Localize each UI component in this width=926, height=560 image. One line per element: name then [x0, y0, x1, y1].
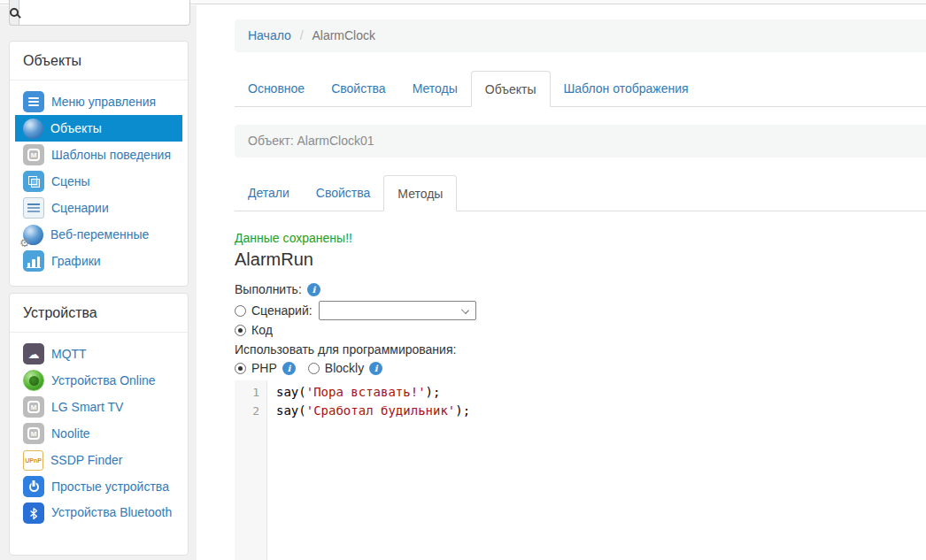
sidebar-item-label: Сценарии — [51, 201, 109, 215]
status-message: Данные сохранены!! — [235, 231, 926, 245]
php-radio[interactable] — [235, 363, 246, 374]
sidebar: Объекты Меню управленияОбъектыMШаблоны п… — [0, 5, 197, 560]
code-editor[interactable]: 1say('Пора вставать!');2say('Сработал бу… — [235, 380, 713, 560]
sidebar-item-label: Веб-переменные — [50, 227, 149, 242]
line-number: 2 — [235, 402, 267, 420]
search-addon — [9, 0, 19, 26]
web-variables-icon: ⚙ — [23, 225, 43, 245]
objects-panel-items: Меню управленияОбъектыMШаблоны поведения… — [10, 81, 188, 274]
globe-icon — [23, 119, 43, 139]
breadcrumb-home-link[interactable]: Начало — [248, 28, 291, 42]
tab-1[interactable]: Свойства — [318, 71, 398, 106]
menu-icon — [23, 91, 44, 112]
online-status-icon — [23, 370, 44, 391]
sidebar-item[interactable]: Сценарии — [10, 195, 188, 221]
sidebar-item-label: Шаблоны поведения — [51, 148, 171, 162]
devices-panel-title: Устройства — [10, 294, 188, 333]
objects-panel-title: Объекты — [10, 42, 188, 81]
programming-label: Использовать для программирования: — [235, 342, 456, 357]
object-tabs: ОсновноеСвойстваМетодыОбъектыШаблон отоб… — [235, 71, 926, 107]
search-icon — [10, 8, 19, 17]
code-line: 2say('Сработал будильник'); — [235, 402, 713, 420]
subtab-2[interactable]: Методы — [383, 175, 457, 211]
blockly-info-icon[interactable]: i — [369, 362, 382, 375]
sidebar-item[interactable]: Графики — [10, 248, 188, 274]
tab-3[interactable]: Объекты — [471, 71, 551, 107]
scenes-icon — [23, 171, 44, 192]
sidebar-item[interactable]: MLG Smart TV — [10, 394, 188, 420]
sidebar-item[interactable]: Простые устройства — [10, 473, 188, 500]
scenario-radio[interactable] — [235, 305, 246, 317]
sidebar-item[interactable]: UPnPSSDP Finder — [10, 447, 188, 473]
devices-panel: Устройства ☁MQTTУстройства OnlineMLG Sma… — [9, 293, 189, 556]
mqtt-cloud-icon: ☁ — [23, 343, 44, 364]
php-info-icon[interactable]: i — [282, 362, 296, 375]
sidebar-item[interactable]: Сцены — [10, 168, 188, 195]
sidebar-item-label: Объекты — [50, 121, 102, 135]
tab-2[interactable]: Методы — [399, 71, 471, 106]
sidebar-item-label: Простые устройства — [51, 479, 169, 494]
sidebar-item-label: SSDP Finder — [50, 453, 122, 467]
scenario-label: Сценарий: — [251, 303, 313, 318]
blockly-radio[interactable] — [308, 363, 320, 374]
subtab-1[interactable]: Свойства — [303, 175, 383, 211]
breadcrumb-current: AlarmClock — [312, 28, 375, 42]
sidebar-item[interactable]: MШаблоны поведения — [10, 142, 188, 168]
sidebar-item[interactable]: ⚙Веб-переменные — [10, 221, 188, 248]
charts-icon — [23, 250, 44, 272]
objects-panel: Объекты Меню управленияОбъектыMШаблоны п… — [9, 41, 189, 287]
behavior-template-icon: M — [23, 144, 44, 165]
search-group — [9, 0, 190, 26]
info-icon[interactable]: i — [307, 283, 320, 296]
sidebar-item[interactable]: Объекты — [15, 115, 182, 142]
upnp-icon: UPnP — [23, 450, 43, 471]
execute-label: Выполнить: — [235, 282, 302, 296]
power-icon — [23, 476, 44, 497]
search-input[interactable] — [19, 0, 190, 26]
chevron-down-icon — [461, 306, 469, 314]
method-title: AlarmRun — [235, 249, 926, 270]
module-m-icon: M — [23, 423, 44, 444]
scenario-icon — [23, 197, 44, 219]
tab-0[interactable]: Основное — [235, 71, 318, 106]
object-header: Объект: AlarmClock01 — [235, 125, 926, 157]
code-radio[interactable] — [235, 325, 246, 336]
code-line: 1say('Пора вставать!'); — [235, 383, 713, 402]
code-label: Код — [251, 323, 273, 337]
sidebar-item-label: Noolite — [51, 426, 90, 441]
sidebar-item-label: Устройства Online — [51, 373, 156, 387]
breadcrumb-separator: / — [300, 28, 304, 42]
php-label: PHP — [251, 361, 277, 375]
devices-panel-items: ☁MQTTУстройства OnlineMLG Smart TVMNooli… — [10, 333, 188, 525]
sidebar-item-label: Меню управления — [51, 95, 156, 109]
sidebar-item[interactable]: ☁MQTT — [10, 341, 188, 367]
bluetooth-icon — [23, 502, 44, 524]
sidebar-item[interactable]: Устройства Bluetooth — [10, 500, 188, 525]
line-number: 1 — [235, 383, 267, 402]
editor-lines: 1say('Пора вставать!');2say('Сработал бу… — [235, 380, 713, 420]
sidebar-item[interactable]: MNoolite — [10, 420, 188, 447]
sidebar-item-label: Сцены — [51, 174, 90, 188]
sidebar-item-label: MQTT — [51, 347, 87, 361]
sidebar-item[interactable]: Устройства Online — [10, 367, 188, 394]
subtab-0[interactable]: Детали — [235, 175, 303, 211]
object-subtabs: ДеталиСвойстваМетоды — [235, 175, 926, 211]
sidebar-item-label: Графики — [51, 254, 101, 268]
main-content: Начало / AlarmClock ОсновноеСвойстваМето… — [221, 5, 926, 560]
sidebar-item-label: LG Smart TV — [51, 400, 123, 414]
tab-4[interactable]: Шаблон отображения — [551, 71, 702, 106]
sidebar-item-label: Устройства Bluetooth — [51, 505, 172, 519]
blockly-label: Blockly — [325, 361, 364, 375]
module-m-icon: M — [23, 396, 44, 418]
scenario-select[interactable] — [319, 301, 476, 320]
breadcrumb: Начало / AlarmClock — [235, 19, 926, 52]
sidebar-item[interactable]: Меню управления — [10, 88, 188, 115]
